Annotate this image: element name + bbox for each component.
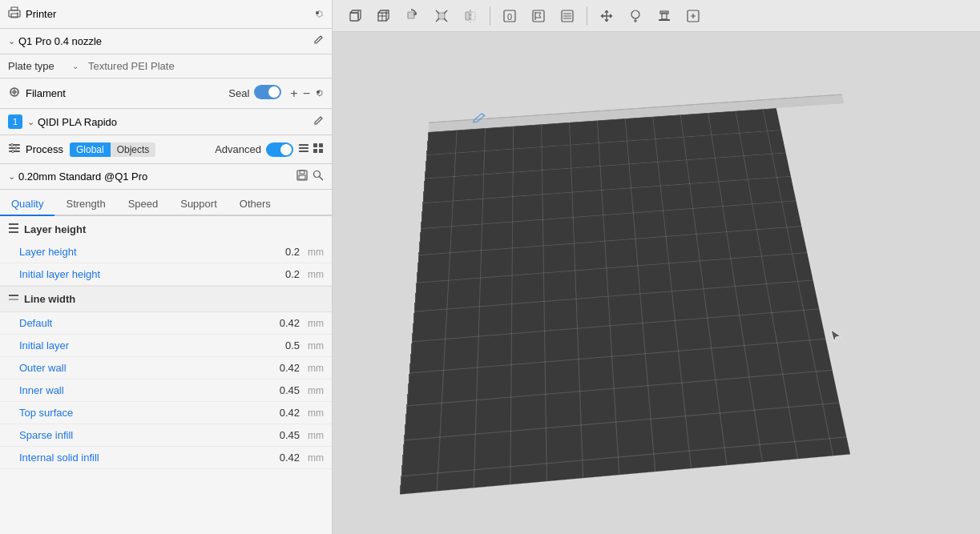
default-line-width-row[interactable]: Default 0.42 mm — [0, 312, 332, 335]
initial-layer-height-unit: mm — [300, 269, 324, 280]
svg-point-13 — [15, 147, 18, 150]
plate-type-row: Plate type ⌄ Textured PEI Plate — [0, 54, 332, 78]
filament-chevron-icon: ⌄ — [27, 117, 34, 127]
svg-point-14 — [12, 151, 14, 153]
printer-settings-icon[interactable] — [311, 6, 324, 22]
bed-grid — [400, 108, 850, 495]
tab-global[interactable]: Global — [70, 143, 111, 157]
svg-line-40 — [436, 18, 439, 22]
initial-layer-line-width-row[interactable]: Initial layer 0.5 mm — [0, 335, 332, 357]
process-grid-icon[interactable] — [313, 143, 324, 156]
toolbar-mirror-btn[interactable] — [458, 3, 483, 29]
initial-layer-label: Initial layer — [19, 339, 236, 351]
filament-section-header: Filament Seal + − — [0, 78, 332, 109]
bed-edit-icon — [470, 111, 486, 127]
toolbar-rotate-btn[interactable] — [400, 3, 425, 29]
svg-rect-1 — [11, 7, 18, 10]
toolbar-seam-btn[interactable] — [680, 3, 706, 29]
layer-height-field-label: Layer height — [19, 246, 236, 258]
sparse-infill-row[interactable]: Sparse infill 0.45 mm — [0, 424, 332, 447]
tab-speed[interactable]: Speed — [117, 193, 170, 215]
bed-viewport — [333, 32, 980, 534]
tab-objects[interactable]: Objects — [111, 143, 156, 157]
internal-solid-infill-row[interactable]: Internal solid infill 0.42 mm — [0, 447, 332, 469]
svg-rect-20 — [313, 149, 317, 153]
layer-height-unit: mm — [300, 247, 324, 258]
internal-solid-infill-unit: mm — [300, 452, 324, 464]
internal-solid-infill-label: Internal solid infill — [19, 452, 236, 464]
inner-wall-row[interactable]: Inner wall 0.45 mm — [0, 379, 332, 402]
profile-row[interactable]: ⌄ 0.20mm Standard @Q1 Pro — [0, 164, 332, 190]
remove-filament-button[interactable]: − — [303, 86, 310, 101]
filament-settings-icon[interactable] — [313, 86, 324, 100]
add-filament-button[interactable]: + — [290, 86, 297, 101]
svg-rect-29 — [9, 231, 18, 233]
svg-point-53 — [631, 10, 639, 18]
search-profile-icon[interactable] — [313, 170, 324, 183]
filament-edit-icon[interactable] — [313, 115, 324, 129]
advanced-toggle[interactable] — [266, 143, 293, 157]
printer-icon — [8, 6, 21, 22]
outer-wall-row[interactable]: Outer wall 0.42 mm — [0, 357, 332, 379]
initial-layer-height-row[interactable]: Initial layer height 0.2 mm — [0, 263, 332, 286]
profile-name: 0.20mm Standard @Q1 Pro — [18, 171, 296, 183]
seal-label: Seal — [228, 87, 249, 99]
top-surface-label: Top surface — [19, 407, 236, 419]
seal-toggle[interactable] — [254, 85, 281, 102]
toolbar-layers-btn[interactable] — [555, 3, 580, 29]
toolbar-scale-btn[interactable] — [429, 3, 454, 29]
toolbar-flag-btn[interactable] — [526, 3, 551, 29]
top-surface-row[interactable]: Top surface 0.42 mm — [0, 402, 332, 424]
tab-others[interactable]: Others — [228, 193, 282, 215]
toolbar-grid-btn[interactable] — [371, 3, 397, 29]
process-list-icon[interactable] — [298, 143, 309, 156]
process-section-header: Process Global Objects Advanced — [0, 135, 332, 164]
svg-rect-15 — [299, 144, 309, 146]
printer-section-header: Printer — [0, 0, 332, 29]
tab-strength[interactable]: Strength — [54, 193, 116, 215]
plate-type-value: Textured PEI Plate — [88, 60, 175, 72]
top-surface-unit: mm — [300, 408, 324, 419]
settings-tabs: Quality Strength Speed Support Others — [0, 190, 332, 216]
toolbar-separator-1 — [490, 6, 490, 26]
svg-point-3 — [17, 13, 18, 14]
svg-text:0: 0 — [507, 12, 512, 22]
svg-rect-37 — [438, 13, 445, 19]
process-label: Process — [26, 143, 63, 155]
svg-rect-27 — [9, 223, 18, 225]
svg-rect-18 — [313, 143, 317, 147]
process-icon — [8, 142, 21, 157]
tab-quality[interactable]: Quality — [0, 193, 54, 215]
toolbar-support-btn[interactable] — [651, 3, 677, 29]
svg-line-41 — [444, 18, 447, 22]
toolbar-number-btn[interactable]: 0 — [497, 3, 522, 29]
toolbar-cube-btn[interactable] — [342, 3, 368, 29]
layer-height-label: Layer height — [24, 223, 86, 235]
printer-model-row[interactable]: ⌄ Q1 Pro 0.4 nozzle — [0, 29, 332, 54]
toolbar-move-btn[interactable] — [594, 3, 619, 29]
cursor — [829, 328, 842, 347]
sparse-infill-value: 0.45 — [236, 429, 300, 441]
line-width-icon — [8, 292, 19, 306]
save-profile-icon[interactable] — [296, 170, 308, 183]
layer-height-section-header: Layer height — [0, 216, 332, 241]
layer-height-row[interactable]: Layer height 0.2 mm — [0, 241, 332, 263]
line-width-section-header: Line width — [0, 286, 332, 312]
top-surface-value: 0.42 — [236, 407, 300, 419]
toolbar-paint-btn[interactable] — [623, 3, 648, 29]
inner-wall-label: Inner wall — [19, 384, 236, 396]
filament-item-row[interactable]: 1 ⌄ QIDI PLA Rapido — [0, 109, 332, 135]
tab-support[interactable]: Support — [169, 193, 228, 215]
toolbar-separator-2 — [587, 6, 587, 26]
default-value: 0.42 — [236, 317, 300, 329]
edit-icon[interactable] — [313, 34, 324, 48]
bed-container — [393, 103, 958, 534]
plate-type-label: Plate type — [8, 60, 72, 72]
line-width-label: Line width — [24, 293, 75, 305]
left-panel: Printer ⌄ Q1 Pro 0.4 nozzle Plate type ⌄… — [0, 0, 333, 534]
filament-label: Filament — [26, 87, 228, 99]
viewport: 0 — [333, 0, 980, 534]
outer-wall-value: 0.42 — [236, 362, 300, 374]
svg-line-39 — [444, 10, 447, 14]
svg-rect-16 — [299, 147, 309, 149]
